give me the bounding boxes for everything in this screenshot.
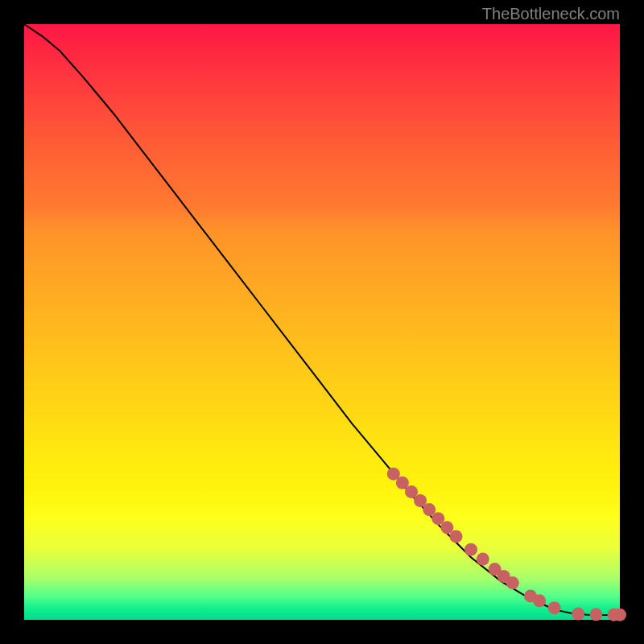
- bottleneck-curve-line: [24, 24, 620, 615]
- scatter-markers: [387, 468, 626, 621]
- plot-area: [24, 24, 620, 620]
- scatter-point: [450, 530, 463, 543]
- chart-container: TheBottleneck.com: [0, 0, 644, 644]
- scatter-point: [572, 608, 584, 621]
- scatter-point: [477, 553, 489, 566]
- curve-svg: [24, 24, 620, 620]
- scatter-point: [548, 601, 561, 614]
- attribution-label: TheBottleneck.com: [482, 5, 620, 23]
- scatter-point: [613, 609, 626, 621]
- scatter-point: [589, 608, 602, 621]
- scatter-point: [464, 543, 477, 556]
- scatter-point: [533, 594, 546, 607]
- scatter-point: [506, 576, 519, 589]
